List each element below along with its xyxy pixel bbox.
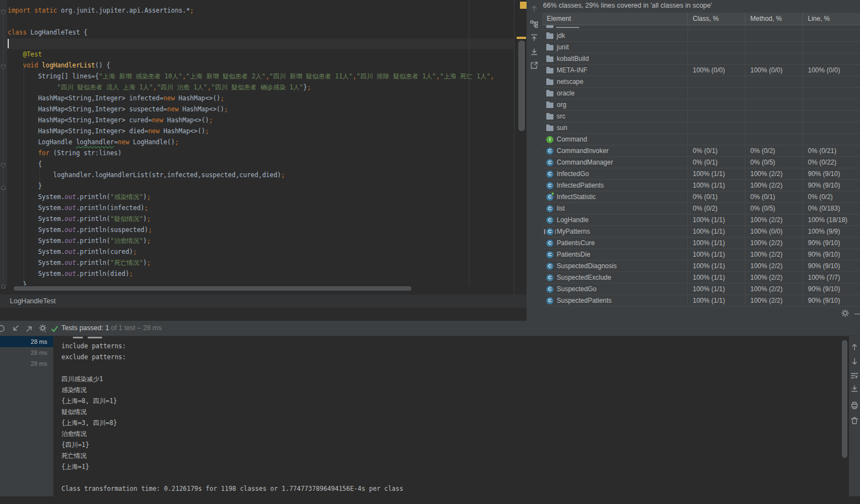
table-row[interactable]: SuspectedGo100% (1/1)100% (2/2)90% (9/10… <box>542 284 860 295</box>
table-row[interactable]: jdk <box>542 30 860 42</box>
element-cell[interactable]: src <box>542 111 688 122</box>
code-line: @Test <box>8 49 494 60</box>
element-cell[interactable]: CommandInvoker <box>542 145 688 156</box>
table-row[interactable]: src <box>542 111 860 122</box>
fold-end-marker-icon[interactable] <box>1 281 6 287</box>
element-cell[interactable]: Command <box>542 134 688 145</box>
print-icon[interactable] <box>850 401 859 410</box>
line-coverage-cell: 90% (9/10) <box>803 237 860 248</box>
element-cell[interactable]: CommandManager <box>542 157 688 168</box>
jump-up-icon[interactable] <box>530 33 539 42</box>
table-row[interactable]: oracle <box>542 88 860 99</box>
table-row[interactable]: kobaltBuild <box>542 53 860 65</box>
element-cell[interactable]: oracle <box>542 88 688 99</box>
element-cell[interactable]: kobaltBuild <box>542 53 688 64</box>
element-cell[interactable]: sun <box>542 122 688 133</box>
class-icon <box>546 251 553 258</box>
table-row[interactable]: list0% (0/2)0% (0/5)0% (0/183) <box>542 203 860 214</box>
element-cell[interactable]: PatientsCure <box>542 237 688 248</box>
console-line: {四川=1} <box>61 439 403 450</box>
flatten-packages-icon[interactable] <box>530 20 539 29</box>
element-cell[interactable]: LogHandle <box>542 214 688 225</box>
element-cell[interactable]: jdk <box>542 30 688 41</box>
table-row[interactable]: org <box>542 99 860 111</box>
fold-marker-icon[interactable] <box>1 7 6 13</box>
editor-error-stripe[interactable] <box>514 0 527 295</box>
fold-end-marker-icon[interactable] <box>1 183 6 188</box>
element-cell[interactable]: SuspectedPatients <box>542 295 688 306</box>
table-row[interactable]: PatientsDie100% (1/1)100% (2/2)90% (9/10… <box>542 249 860 261</box>
element-cell[interactable]: MyPatterns <box>542 226 688 237</box>
code-editor[interactable]: import static org.junit.jupiter.api.Asse… <box>0 0 527 295</box>
table-row-clipped[interactable] <box>542 25 860 30</box>
method-coverage-cell <box>745 99 803 110</box>
soft-wrap-icon[interactable] <box>850 371 859 380</box>
breadcrumb[interactable]: LogHandleTest <box>0 295 527 308</box>
element-cell[interactable]: SuspectedGo <box>542 284 688 295</box>
gear-icon[interactable] <box>38 324 47 333</box>
table-row[interactable]: sun <box>542 122 860 134</box>
class-icon <box>546 159 553 166</box>
element-cell[interactable]: list <box>542 203 688 214</box>
line-coverage-cell: 100% (7/7) <box>803 272 860 283</box>
element-name: list <box>557 203 565 214</box>
table-row[interactable]: SuspectedPatients100% (1/1)100% (2/2)90%… <box>542 295 860 307</box>
caret-stripe-mark-icon[interactable] <box>517 37 526 39</box>
table-row[interactable]: PatientsCure100% (1/1)100% (2/2)90% (9/1… <box>542 237 860 249</box>
scroll-down-icon[interactable] <box>850 357 859 366</box>
table-row[interactable]: SuspectedDiagnosis100% (1/1)100% (2/2)90… <box>542 261 860 272</box>
table-row[interactable]: MyPatterns100% (1/1)100% (0/0)100% (9/9) <box>542 226 860 237</box>
up-arrow-icon[interactable] <box>530 4 539 13</box>
gear-icon[interactable] <box>841 309 850 318</box>
table-row[interactable]: CommandManager0% (0/1)0% (0/5)0% (0/22) <box>542 157 860 168</box>
class-coverage-cell: 0% (0/1) <box>688 191 745 202</box>
scroll-to-end-icon[interactable] <box>850 384 859 393</box>
column-header-method[interactable]: Method, % <box>745 13 803 25</box>
table-row[interactable]: CommandInvoker0% (0/1)0% (0/2)0% (0/21) <box>542 145 860 157</box>
element-cell[interactable]: InfectedGo <box>542 168 688 179</box>
table-row[interactable]: InfectedPatients100% (1/1)100% (2/2)90% … <box>542 180 860 191</box>
editor-horizontal-scrollbar[interactable] <box>14 286 411 291</box>
column-header-class[interactable]: Class, % <box>688 13 745 25</box>
element-cell[interactable]: junit <box>542 42 688 53</box>
table-row[interactable]: SuspectedExclude100% (1/1)100% (2/2)100%… <box>542 272 860 284</box>
coverage-table-header[interactable]: Element Class, % Method, % Line, % <box>542 13 860 25</box>
column-header-element[interactable]: Element <box>542 13 688 25</box>
code-text-area[interactable]: import static org.junit.jupiter.api.Asse… <box>7 0 514 286</box>
test-tree[interactable]: 28 ms28 ms28 ms <box>0 336 53 496</box>
folder-icon <box>546 33 553 39</box>
element-cell[interactable]: netscape <box>542 76 688 87</box>
table-row[interactable]: InfectedGo100% (1/1)100% (2/2)90% (9/10) <box>542 168 860 180</box>
table-row[interactable]: META-INF100% (0/0)100% (0/0)100% (0/0) <box>542 65 860 76</box>
table-row[interactable]: junit <box>542 42 860 53</box>
test-tree-row[interactable]: 28 ms <box>0 358 53 369</box>
element-cell[interactable]: SuspectedDiagnosis <box>542 261 688 271</box>
import-arrow-icon[interactable] <box>11 324 20 333</box>
editor-vertical-scrollbar[interactable] <box>518 41 525 131</box>
table-row[interactable]: InfectStatistic0% (0/1)0% (0/1)0% (0/2) <box>542 191 860 203</box>
test-tree-row[interactable]: 28 ms <box>0 347 53 358</box>
fold-marker-icon[interactable] <box>1 62 6 67</box>
line-coverage-cell: 0% (0/2) <box>803 191 860 202</box>
filter-circle-icon[interactable] <box>0 324 5 333</box>
fold-marker-icon[interactable] <box>1 161 6 166</box>
scroll-up-icon[interactable] <box>850 343 859 352</box>
element-cell[interactable]: SuspectedExclude <box>542 272 688 283</box>
table-row[interactable]: Command <box>542 134 860 145</box>
element-cell[interactable]: org <box>542 99 688 110</box>
jump-down-icon[interactable] <box>530 47 539 56</box>
clear-all-icon[interactable] <box>850 416 859 425</box>
element-cell[interactable]: PatientsDie <box>542 249 688 260</box>
test-tree-row[interactable]: 28 ms <box>0 336 53 347</box>
element-cell[interactable]: InfectStatistic <box>542 191 688 202</box>
minimize-icon[interactable]: — <box>855 309 860 318</box>
table-row[interactable]: netscape <box>542 76 860 88</box>
external-link-icon[interactable] <box>530 61 539 70</box>
console-output-pane[interactable]: include patterns:exclude patterns:四川感染减少… <box>53 336 849 496</box>
element-cell[interactable]: META-INF <box>542 65 688 76</box>
element-cell[interactable]: InfectedPatients <box>542 180 688 191</box>
column-header-line[interactable]: Line, % <box>803 13 860 25</box>
export-arrow-icon[interactable] <box>25 324 34 333</box>
table-row[interactable]: LogHandle100% (1/1)100% (2/2)100% (18/18… <box>542 214 860 226</box>
console-vertical-scrollbar[interactable] <box>842 340 847 458</box>
